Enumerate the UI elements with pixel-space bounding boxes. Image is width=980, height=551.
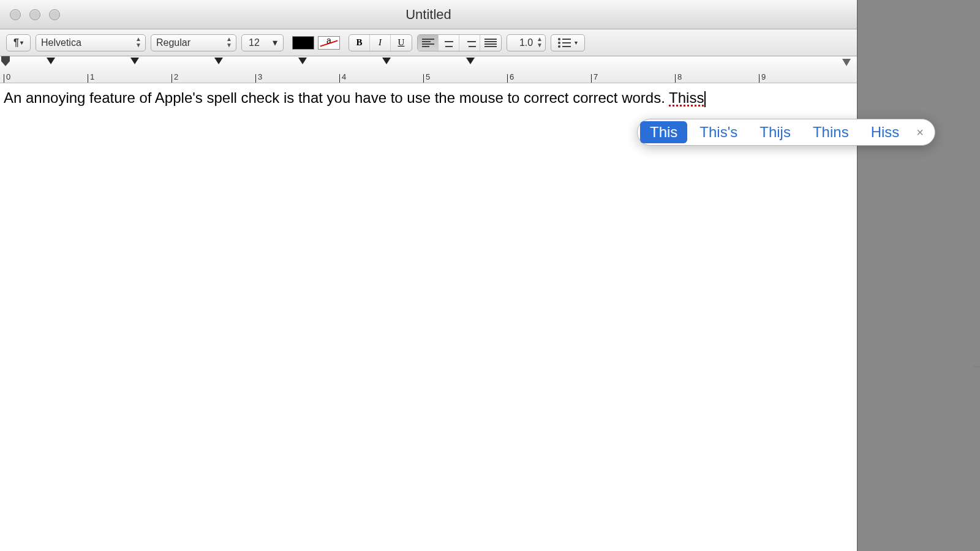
background-color-swatch[interactable] (318, 36, 340, 50)
align-right-button[interactable] (459, 35, 480, 51)
sidebar-value: 37 (974, 235, 980, 273)
sidebar-value: 40 (974, 372, 980, 410)
align-right-icon (464, 39, 476, 47)
font-weight-value: Regular (156, 37, 190, 48)
tab-stop[interactable] (214, 58, 223, 64)
ruler-tick-label: 0 (6, 72, 10, 81)
sidebar-value: 39 (974, 311, 980, 349)
alignment-group (417, 34, 502, 51)
font-size-input[interactable]: 12 (241, 34, 267, 51)
line-spacing-select[interactable]: 1.0 ▲▼ (507, 34, 546, 51)
font-weight-select[interactable]: Regular ▲▼ (151, 34, 236, 51)
stepper-arrows-icon: ▲▼ (226, 36, 232, 48)
font-style-group: B I U (349, 34, 412, 51)
tab-stop[interactable] (47, 58, 55, 64)
line-spacing-value: 1.0 (519, 37, 533, 48)
ruler-tick-label: 4 (342, 72, 346, 81)
font-family-value: Helvetica (41, 37, 81, 48)
ruler-tick-label: 2 (174, 72, 178, 81)
titlebar: Untitled (0, 0, 857, 29)
right-indent-marker[interactable] (842, 59, 851, 66)
suggestion-this[interactable]: This (640, 121, 687, 143)
align-left-button[interactable] (418, 35, 439, 51)
sidebar-value: 35 (974, 159, 980, 197)
tab-stop[interactable] (298, 58, 307, 64)
ruler-tick-label: 6 (510, 72, 514, 81)
sidebar-value: 38 (974, 273, 980, 311)
misspelled-word[interactable]: Thiss (669, 89, 704, 106)
italic-button[interactable]: I (370, 35, 391, 51)
ruler-tick-label: 5 (426, 72, 430, 81)
close-suggestions-button[interactable]: × (913, 126, 927, 140)
underline-button[interactable]: U (391, 35, 412, 51)
chevron-down-icon: ▾ (20, 39, 23, 46)
tab-stop[interactable] (466, 58, 475, 64)
ruler-tick-label: 7 (594, 72, 598, 81)
suggestion-thins[interactable]: Thins (803, 121, 859, 143)
align-center-icon (443, 39, 455, 47)
tab-stop[interactable] (382, 58, 391, 64)
window-title: Untitled (0, 7, 857, 23)
stepper-arrows-icon: ▲▼ (537, 36, 543, 48)
text-caret (704, 91, 706, 107)
suggestion-thijs[interactable]: Thijs (750, 121, 801, 143)
text-color-swatch[interactable] (292, 36, 314, 50)
sidebar-value: 36 (974, 197, 980, 235)
suggestion-thiss[interactable]: This's (690, 121, 747, 143)
document-text: An annoying feature of Apple's spell che… (4, 89, 669, 106)
ruler-tick-label: 9 (761, 72, 766, 81)
font-size-stepper[interactable]: ▾ (266, 34, 284, 51)
align-left-icon (422, 39, 434, 47)
align-justify-button[interactable] (480, 35, 501, 51)
document-area[interactable]: An annoying feature of Apple's spell che… (0, 83, 857, 551)
align-justify-icon (484, 39, 497, 47)
styles-button[interactable]: ¶▾ (6, 34, 31, 51)
suggestion-hiss[interactable]: Hiss (861, 121, 910, 143)
font-family-select[interactable]: Helvetica ▲▼ (36, 34, 146, 51)
bullet-list-icon (558, 38, 571, 48)
chevron-down-icon: ▾ (273, 37, 277, 48)
ruler-tick-label: 8 (677, 72, 682, 81)
align-center-button[interactable] (439, 35, 459, 51)
ruler-tick-label: 3 (258, 72, 262, 81)
formatting-toolbar: ¶▾ Helvetica ▲▼ Regular ▲▼ 12 ▾ B I U (0, 29, 857, 56)
list-style-select[interactable]: ▾ (551, 34, 585, 51)
ruler[interactable]: 0123456789 (0, 56, 857, 83)
left-indent-marker[interactable] (1, 56, 10, 66)
bold-button[interactable]: B (349, 35, 370, 51)
chevron-down-icon: ▾ (575, 39, 578, 46)
tab-stop[interactable] (130, 58, 139, 64)
stepper-arrows-icon: ▲▼ (135, 36, 141, 48)
spelling-suggestions-popup: ThisThis'sThijsThinsHiss× (637, 119, 935, 146)
textedit-window: Untitled ¶▾ Helvetica ▲▼ Regular ▲▼ 12 ▾… (0, 0, 858, 551)
paragraph-mark-icon: ¶ (13, 37, 19, 48)
background-list-fragment: 353637383940 (974, 159, 980, 410)
ruler-tick-label: 1 (90, 72, 94, 81)
